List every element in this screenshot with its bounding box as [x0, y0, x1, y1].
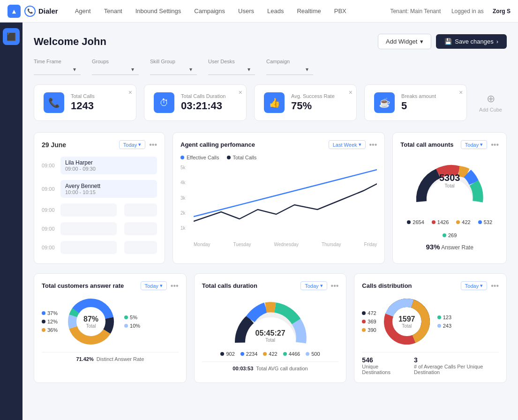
calls-dist-menu[interactable]: •••	[491, 282, 499, 290]
calendar-period[interactable]: Today ▾	[119, 140, 145, 149]
customer-answer-content: 37% 12% 36%	[42, 296, 179, 347]
add-cube-button[interactable]: ⊕Add Cube	[474, 88, 507, 117]
calls-dist-footer: 546 Unique Destinations 3 # of Average C…	[362, 352, 499, 375]
cube-info: Avg. Success Rate 75%	[291, 93, 347, 112]
nav-user-info: Tenant: Main Tenant Logged in as Zorg S	[390, 8, 510, 15]
time-entry-range: 10:00 - 10:15	[65, 189, 152, 195]
nav-link-realtime[interactable]: Realtime	[291, 5, 326, 17]
stat-item: 36%	[42, 327, 58, 333]
chart-svg-area	[194, 165, 377, 240]
calls-dist-period[interactable]: Today ▾	[461, 281, 487, 290]
stat-item: 4466	[283, 351, 300, 357]
customer-answer-header: Total customers answer rate Today ▾ •••	[42, 281, 179, 290]
nav-link-pbx[interactable]: PBX	[329, 5, 352, 17]
page-header: Welcome John Add Widget ▾ 💾 Save changes…	[34, 34, 507, 49]
nav-link-campaigns[interactable]: Campaigns	[188, 5, 231, 17]
stat-item: 500	[306, 351, 320, 357]
stat-item: 12%	[42, 319, 58, 324]
navbar: ▲ 📞 Dialer AgentTenantInbound SettingsCa…	[0, 0, 518, 22]
filter-skill-group: Skill Group ▾	[150, 59, 197, 75]
sidebar-home[interactable]: ⬛	[3, 28, 20, 45]
total-calls-widget: Total call amounts Today ▾ •••	[392, 132, 507, 264]
total-calls-controls: Today ▾ •••	[461, 140, 499, 149]
calendar-menu-button[interactable]: •••	[149, 141, 157, 149]
time-label: 09:00	[42, 207, 57, 213]
customer-legend-right: 5% 10%	[124, 315, 140, 329]
cube-label: Breaks amount	[401, 93, 457, 99]
chevron-down-icon: ▾	[248, 66, 250, 73]
stat-item: 390	[362, 327, 376, 333]
agent-chart-menu[interactable]: •••	[369, 141, 377, 149]
cube-close-button[interactable]: ×	[128, 89, 132, 96]
app-icon: ▲	[8, 5, 21, 18]
customer-answer-menu[interactable]: •••	[171, 282, 179, 290]
brand-name: 📞 Dialer	[24, 6, 58, 17]
logo-area[interactable]: ▲ 📞 Dialer	[8, 5, 58, 18]
calls-duration-footer: 00:03:53 Total AVG call duration	[202, 361, 339, 371]
time-entry[interactable]: Avery Bennett 10:00 - 10:15	[60, 180, 157, 198]
stat-item: 902	[220, 351, 234, 357]
page-title: Welcome John	[34, 36, 106, 48]
cube-close-button[interactable]: ×	[239, 89, 242, 96]
chevron-down-icon: ▾	[320, 283, 323, 289]
time-row: 09:00	[42, 220, 157, 237]
cube-info: Breaks amount 5	[401, 93, 457, 112]
time-placeholder	[60, 222, 117, 235]
time-placeholder	[60, 203, 117, 217]
filters-row: Time Frame ▾ Groups ▾ Skill Group ▾ User…	[34, 59, 507, 75]
cube-icon: ☕	[374, 92, 395, 113]
nav-link-inbound-settings[interactable]: Inbound Settings	[130, 5, 187, 17]
cube-close-button[interactable]: ×	[349, 89, 353, 96]
agent-chart-period[interactable]: Last Week ▾	[329, 140, 366, 149]
customer-answer-widget: Total customers answer rate Today ▾ ••• …	[34, 273, 187, 383]
time-entry[interactable]: Lila Harper 09:00 - 09:30	[60, 157, 157, 174]
calls-dist-legend-left: 472 369 390	[362, 310, 376, 333]
calls-duration-center: 05:45:27 Total	[255, 329, 285, 343]
calls-duration-donut-container: 05:45:27 Total	[202, 296, 339, 347]
nav-link-leads[interactable]: Leads	[262, 5, 289, 17]
cube-close-button[interactable]: ×	[459, 89, 463, 96]
total-calls-menu[interactable]: •••	[491, 141, 499, 149]
customer-footer: 71.42% Distinct Answer Rate	[42, 352, 179, 362]
time-row: 09:00	[42, 202, 157, 218]
calls-duration-menu[interactable]: •••	[331, 282, 339, 290]
chevron-down-icon: ▾	[420, 38, 423, 45]
chevron-down-icon: ▾	[131, 66, 134, 73]
add-widget-button[interactable]: Add Widget ▾	[378, 34, 431, 49]
calls-duration-widget: Total calls duration Today ▾ •••	[194, 273, 347, 383]
stat-item: 5%	[124, 315, 140, 320]
nav-link-users[interactable]: Users	[233, 5, 260, 17]
filter-campaign: Campaign ▾	[266, 59, 313, 75]
calls-duration-period[interactable]: Today ▾	[300, 281, 327, 290]
calendar-date: 29 June	[42, 141, 66, 149]
widgets-row-1: 29 June Today ▾ ••• 09:00 Lila Harper 09…	[34, 132, 507, 264]
save-changes-button[interactable]: 💾 Save changes ›	[436, 34, 507, 49]
cube-value: 1243	[71, 100, 127, 112]
legend-item: Total Calls	[227, 155, 257, 160]
cube-icon: ⏱	[154, 92, 174, 113]
nav-link-tenant[interactable]: Tenant	[98, 5, 128, 17]
chart-x-labels: MondayTuesdayWednesdayThursdayFriday	[194, 242, 377, 247]
calls-duration-donut: 05:45:27 Total	[231, 296, 310, 347]
stat-item: 422	[456, 219, 470, 225]
agent-chart-area: 5k4k3k2k1k MondayTuesdayWednesdayThursda…	[180, 165, 377, 240]
cube-icon: 📞	[44, 92, 64, 113]
time-placeholder	[124, 203, 157, 217]
chevron-down-icon: ▾	[480, 283, 483, 289]
calendar-header: 29 June Today ▾ •••	[42, 140, 157, 149]
time-entry-name: Avery Bennett	[65, 183, 152, 189]
time-label: 09:00	[42, 226, 57, 232]
nav-link-agent[interactable]: Agent	[69, 5, 97, 17]
calls-dist-title: Calls distribution	[362, 282, 412, 289]
chevron-down-icon: ▾	[138, 142, 141, 148]
calls-dist-legend-right: 123 243	[437, 315, 451, 329]
total-calls-period[interactable]: Today ▾	[461, 140, 487, 149]
calls-duration-stats: 902 2234 422 4466 500	[202, 351, 339, 357]
customer-answer-period[interactable]: Today ▾	[141, 281, 167, 290]
filter-time-frame: Time Frame ▾	[34, 59, 81, 75]
cube-card: ☕ Breaks amount 5 ×	[364, 84, 467, 121]
time-row: 09:00	[42, 239, 157, 256]
customer-answer-controls: Today ▾ •••	[141, 281, 179, 290]
widgets-row-2: Total customers answer rate Today ▾ ••• …	[34, 273, 507, 383]
time-label: 09:00	[42, 245, 57, 250]
